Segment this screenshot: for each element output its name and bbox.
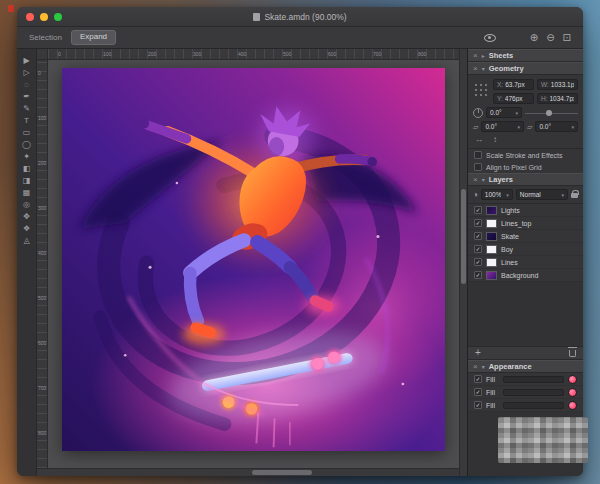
align-pixel-grid-checkbox[interactable] [474, 163, 482, 171]
layer-visibility-checkbox[interactable]: ✓ [474, 206, 482, 214]
shear-field-2[interactable]: 0.0° ▾ [535, 121, 578, 132]
zoom-button[interactable] [54, 13, 62, 21]
node-tool-icon[interactable]: ▷ [20, 68, 34, 78]
pencil-tool-icon[interactable]: ✎ [20, 104, 34, 114]
layer-row[interactable]: ✓ Boy [468, 243, 583, 256]
flip-horizontal-icon[interactable]: ↔ [475, 136, 483, 144]
zoom-in-icon[interactable]: ⊕ [530, 33, 538, 43]
panel-header-sheets[interactable]: × ▸ Sheets [468, 49, 583, 62]
expand-button[interactable]: Expand [71, 30, 116, 44]
layer-visibility-checkbox[interactable]: ✓ [474, 271, 482, 279]
fill-color-swatch[interactable] [568, 375, 577, 384]
eye-icon[interactable] [484, 34, 496, 42]
fill-visibility-checkbox[interactable]: ✓ [474, 388, 482, 396]
anchor-point-selector[interactable] [473, 82, 489, 98]
chevron-down-icon[interactable]: ▾ [482, 177, 485, 183]
rotation-knob[interactable] [473, 108, 483, 118]
align-pixel-grid-row[interactable]: Align to Pixel Grid [468, 161, 583, 173]
layer-row[interactable]: ✓ Skate [468, 230, 583, 243]
vertical-scrollbar-thumb[interactable] [461, 189, 466, 284]
lock-icon[interactable] [571, 190, 578, 199]
close-icon[interactable]: × [473, 52, 478, 60]
appearance-row[interactable]: ✓ Fill [468, 386, 583, 399]
zoom-out-icon[interactable]: ⊖ [546, 33, 554, 43]
width-field[interactable]: W: 1033.1px [537, 79, 578, 90]
fill-gradient-bar[interactable] [503, 376, 564, 383]
rotation-slider[interactable] [525, 108, 578, 118]
horizontal-scrollbar-thumb[interactable] [252, 470, 312, 475]
layer-visibility-checkbox[interactable]: ✓ [474, 232, 482, 240]
move-tool-icon[interactable]: ▶ [20, 56, 34, 66]
transparency-tool-icon[interactable]: ◨ [20, 176, 34, 186]
flip-vertical-icon[interactable]: ↕ [493, 136, 497, 144]
ruler-label: 0 [38, 70, 41, 76]
chevron-down-icon[interactable]: ▾ [482, 364, 485, 370]
opacity-dropdown[interactable]: 100% ▾ [481, 189, 513, 200]
chevron-down-icon[interactable]: ▾ [482, 66, 485, 72]
scale-stroke-row[interactable]: Scale Stroke and Effects [468, 149, 583, 161]
layer-row[interactable]: ✓ Lines_top [468, 217, 583, 230]
layer-row[interactable]: ✓ Background [468, 269, 583, 282]
fill-label: Fill [486, 376, 499, 383]
rotation-field[interactable]: 0.0° ▾ [486, 107, 522, 118]
w-value: 1033.1px [551, 81, 574, 88]
y-field[interactable]: Y: 476px [493, 93, 534, 104]
layer-visibility-checkbox[interactable]: ✓ [474, 219, 482, 227]
height-field[interactable]: H: 1034.7px [537, 93, 578, 104]
close-button[interactable] [26, 13, 34, 21]
skater-artwork[interactable] [62, 68, 445, 451]
crop-tool-icon[interactable]: ▦ [20, 188, 34, 198]
pen-tool-icon[interactable]: ✒ [20, 92, 34, 102]
shear-field[interactable]: 0.0° ▾ [481, 121, 524, 132]
scale-stroke-checkbox[interactable] [474, 151, 482, 159]
delete-layer-button[interactable] [569, 350, 576, 357]
ruler-label: 200 [38, 160, 46, 166]
zoom-tool-icon[interactable]: ◎ [20, 200, 34, 210]
shape-tool-icon[interactable]: ◬ [20, 236, 34, 246]
dropdown-arrow-icon: ▾ [561, 192, 564, 198]
fill-gradient-bar[interactable] [503, 389, 564, 396]
corner-tool-icon[interactable]: ❖ [20, 224, 34, 234]
add-layer-button[interactable]: + [475, 348, 481, 358]
horizontal-scrollbar[interactable] [37, 468, 459, 476]
fill-visibility-checkbox[interactable]: ✓ [474, 401, 482, 409]
toolbar-right-icons: ⊕ ⊖ ⊡ [484, 33, 571, 43]
ruler-label: 700 [38, 385, 46, 391]
title-bar[interactable]: Skate.amdn (90.00%) [17, 7, 583, 27]
fill-visibility-checkbox[interactable]: ✓ [474, 375, 482, 383]
desktop-item [8, 5, 14, 12]
close-icon[interactable]: × [473, 176, 478, 184]
vertical-scrollbar[interactable] [459, 49, 467, 476]
layer-visibility-checkbox[interactable]: ✓ [474, 258, 482, 266]
appearance-row[interactable]: ✓ Fill [468, 373, 583, 386]
point-transform-tool-icon[interactable]: ◌ [20, 80, 34, 90]
canvas-column: 0 100 200 300 400 500 600 700 800 0 100 [37, 49, 459, 476]
fill-gradient-bar[interactable] [503, 402, 564, 409]
x-field[interactable]: X: 63.7px [493, 79, 534, 90]
close-icon[interactable]: × [473, 65, 478, 73]
star-tool-icon[interactable]: ✦ [20, 152, 34, 162]
fill-color-swatch[interactable] [568, 401, 577, 410]
fill-color-swatch[interactable] [568, 388, 577, 397]
gradient-tool-icon[interactable]: ◧ [20, 164, 34, 174]
layer-visibility-checkbox[interactable]: ✓ [474, 245, 482, 253]
text-tool-icon[interactable]: T [20, 116, 34, 126]
close-icon[interactable]: × [473, 363, 478, 371]
minimize-button[interactable] [40, 13, 48, 21]
rectangle-tool-icon[interactable]: ▭ [20, 128, 34, 138]
layer-row[interactable]: ✓ Lines [468, 256, 583, 269]
appearance-row[interactable]: ✓ Fill [468, 399, 583, 412]
layer-row[interactable]: ✓ Lights [468, 204, 583, 217]
panel-header-appearance[interactable]: × ▾ Appearance [468, 360, 583, 373]
panel-header-geometry[interactable]: × ▾ Geometry [468, 62, 583, 75]
ellipse-tool-icon[interactable]: ◯ [20, 140, 34, 150]
document-canvas[interactable] [48, 60, 459, 468]
chevron-right-icon[interactable]: ▸ [482, 53, 485, 59]
panel-header-layers[interactable]: × ▾ Layers [468, 173, 583, 186]
view-tool-icon[interactable]: ✥ [20, 212, 34, 222]
layers-bottom-bar: + [468, 346, 583, 360]
zoom-fit-icon[interactable]: ⊡ [563, 33, 571, 43]
layers-controls: ◑ 100% ▾ Normal ▾ [468, 186, 583, 204]
blend-mode-dropdown[interactable]: Normal ▾ [516, 189, 568, 200]
vertical-ruler: 0 100 200 300 400 500 600 700 800 [37, 60, 48, 468]
